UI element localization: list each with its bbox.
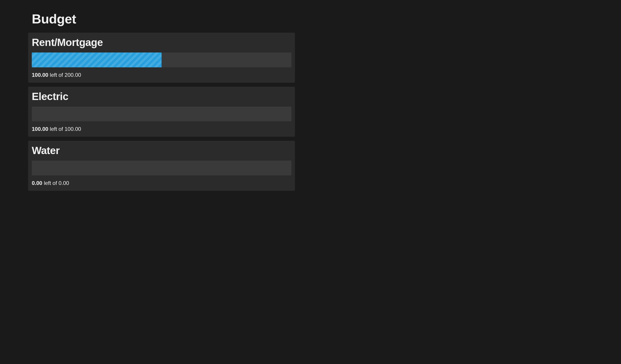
- progress-bar: [32, 107, 291, 121]
- total-amount: 0.00: [59, 180, 69, 186]
- budget-status-text: 0.00 left of 0.00: [32, 180, 291, 186]
- progress-bar: [32, 161, 291, 175]
- budget-status-text: 100.00 left of 100.00: [32, 126, 291, 132]
- budget-card-rent-mortgage: Rent/Mortgage 100.00 left of 200.00: [28, 33, 295, 83]
- budget-card-water: Water 0.00 left of 0.00: [28, 141, 295, 191]
- remaining-amount: 100.00: [32, 72, 48, 78]
- budget-item-title: Rent/Mortgage: [32, 36, 291, 49]
- page-title: Budget: [28, 11, 295, 26]
- remaining-amount: 0.00: [32, 180, 42, 186]
- total-amount: 200.00: [65, 72, 81, 78]
- budget-item-title: Electric: [32, 90, 291, 102]
- progress-bar: [32, 52, 291, 67]
- status-separator: left of: [48, 126, 65, 132]
- budget-status-text: 100.00 left of 200.00: [32, 72, 291, 78]
- status-separator: left of: [42, 180, 59, 186]
- budget-page: Budget Rent/Mortgage 100.00 left of 200.…: [0, 0, 323, 191]
- remaining-amount: 100.00: [32, 126, 48, 132]
- budget-item-title: Water: [32, 144, 291, 157]
- status-separator: left of: [48, 72, 65, 78]
- budget-card-electric: Electric 100.00 left of 100.00: [28, 87, 295, 137]
- total-amount: 100.00: [65, 126, 81, 132]
- progress-fill: [32, 52, 162, 67]
